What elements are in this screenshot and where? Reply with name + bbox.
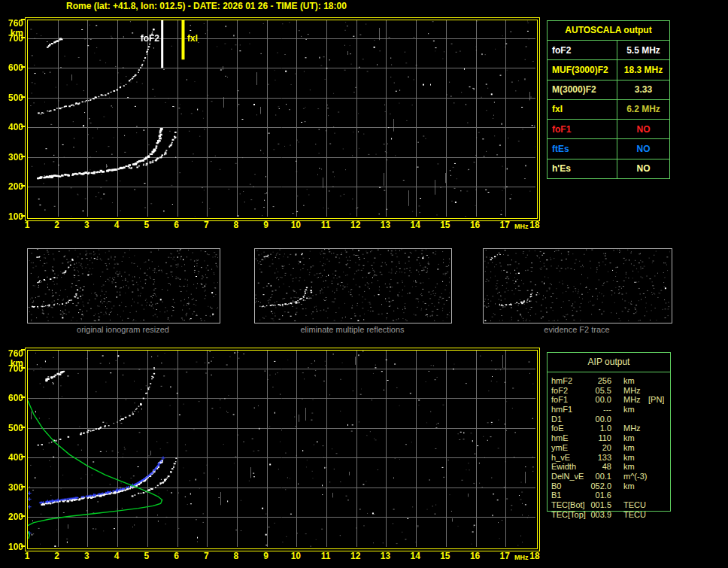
x-tick-label: 5 — [138, 220, 155, 230]
aip-row-unit: MHz — [623, 386, 641, 396]
aip-row-value: 133 — [569, 453, 611, 463]
autoscala-table-row: MUF(3000)F218.3 MHz — [548, 60, 669, 80]
x-tick-label: 10 — [287, 220, 304, 230]
autoscala-row-value: 5.5 MHz — [617, 41, 669, 59]
x-tick-label: 7 — [198, 220, 214, 230]
y-axis-tick — [21, 126, 25, 127]
y-axis-tick — [21, 486, 25, 488]
y-axis-tick — [21, 396, 25, 398]
x-tick-label: 7 — [198, 551, 214, 561]
autoscala-row-value: 6.2 MHz — [617, 100, 669, 119]
aip-table-row: Ewidth48km — [547, 462, 671, 472]
aip-row-unit: km — [623, 405, 635, 415]
x-tick-label: 15 — [437, 551, 453, 561]
x-tick-label: 15 — [437, 220, 453, 230]
aip-row-value: 00.0 — [569, 415, 611, 424]
y-axis-tick — [21, 156, 25, 157]
autoscala-row-value: 18.3 MHz — [617, 60, 669, 79]
y-tick-label: 600 — [4, 393, 23, 403]
y-tick-label: 300 — [4, 482, 23, 493]
aip-row-unit: km — [623, 433, 635, 443]
x-tick-label: 13 — [377, 551, 393, 561]
aip-row-unit: km — [623, 443, 635, 453]
panel-eliminate-reflections-label: eliminate multiple reflections — [254, 325, 450, 334]
y-tick-label: 200 — [4, 512, 23, 522]
aip-table-row: hmF2256km — [547, 376, 671, 386]
aip-row-label: ymE — [551, 443, 568, 453]
aip-row-unit: MHz — [623, 424, 641, 433]
x-tick-label: 13 — [377, 220, 393, 230]
aip-row-label: D1 — [551, 415, 562, 424]
aip-row-value: 052.0 — [569, 481, 611, 491]
y-axis-tick — [21, 367, 25, 369]
aip-table-row: foF100.0MHz[PN] — [547, 395, 671, 405]
aip-row-value: --- — [569, 405, 611, 415]
aip-row-unit: km — [623, 481, 635, 491]
y-tick-label: 200 — [4, 181, 23, 192]
aip-row-value: 110 — [569, 433, 611, 443]
x-tick-label: 6 — [168, 220, 185, 230]
y-axis-tick — [21, 96, 25, 98]
aip-table-row: DelN_vE00.1m^(-3) — [547, 472, 671, 481]
x-tick-label: 14 — [407, 551, 423, 561]
autoscala-row-label: foF1 — [548, 120, 617, 138]
profile-ionogram-plot — [28, 351, 535, 547]
aip-row-unit: km — [623, 462, 635, 472]
aip-table-row: TEC[Bot]001.5TECU — [547, 500, 671, 510]
aip-table-row: TEC[Top]003.9TECU — [547, 510, 671, 520]
autoscala-table-row: ftEsNO — [548, 139, 669, 159]
aip-row-unit: TECU — [623, 510, 646, 520]
y-axis-tick — [21, 427, 25, 428]
panel-original-ionogram — [27, 248, 220, 323]
aip-row-value: 1.0 — [569, 424, 611, 433]
page-title: Rome (lat: +41.8, lon: 012.5) - DATE: 20… — [66, 1, 347, 11]
aip-table-title: AIP output — [548, 353, 670, 372]
autoscala-table-title: AUTOSCALA output — [548, 21, 669, 41]
panel-evidence-f2-trace-label: evidence F2 trace — [483, 325, 671, 334]
x-tick-label: 5 — [138, 551, 155, 561]
aip-table-rows: hmF2256kmfoF205.5MHzfoF100.0MHz[PN]hmF1-… — [547, 376, 671, 519]
aip-table-row: foF205.5MHz — [547, 386, 671, 396]
autoscala-row-value: NO — [617, 139, 669, 158]
fxI-marker-label: fxI — [187, 33, 198, 44]
aip-row-label: B1 — [551, 491, 561, 500]
x-tick-label: 9 — [258, 551, 275, 561]
aip-row-label: foE — [551, 424, 564, 433]
x-tick-label: 1 — [19, 551, 35, 561]
panel-eliminate-reflections-image — [255, 249, 450, 321]
aip-row-value: 05.5 — [569, 386, 611, 396]
y-tick-label: 300 — [4, 152, 23, 163]
autoscala-output-table: AUTOSCALA output foF25.5 MHzMUF(3000)F21… — [547, 20, 670, 179]
panel-original-ionogram-label: original ionogram resized — [27, 325, 219, 334]
y-tick-label: 700 — [4, 363, 23, 374]
x-tick-label: 16 — [467, 551, 484, 561]
y-axis-tick — [21, 545, 25, 547]
aip-row-value: 00.0 — [569, 395, 611, 405]
autoscala-row-value: NO — [617, 120, 669, 138]
profile-ionogram-frame — [25, 348, 540, 551]
aip-row-value: 00.1 — [569, 472, 611, 481]
aip-row-label: foF2 — [551, 386, 568, 396]
x-tick-label: 16 — [467, 220, 484, 230]
autoscala-row-label: h'Es — [548, 159, 617, 178]
autoscala-row-label: MUF(3000)F2 — [548, 60, 617, 79]
panel-evidence-f2-trace-image — [484, 249, 670, 321]
scaled-ionogram-plot — [28, 20, 535, 217]
autoscala-row-value: 3.33 — [617, 80, 669, 99]
x-tick-label: 10 — [287, 551, 304, 561]
x-tick-label: 4 — [108, 551, 125, 561]
aip-table-row: B101.6 — [547, 491, 671, 500]
x-tick-label: 3 — [78, 551, 95, 561]
aip-table-row: D100.0 — [547, 415, 671, 424]
y-tick-label: 600 — [4, 62, 23, 73]
y-tick-label: 400 — [4, 122, 23, 132]
y-tick-label: 500 — [4, 93, 23, 103]
aip-row-unit: m^(-3) — [623, 472, 647, 481]
x-tick-label: 2 — [49, 220, 65, 230]
y-axis-tick — [21, 349, 25, 351]
x-tick-label: 2 — [49, 551, 65, 561]
x-tick-label: 11 — [317, 551, 334, 561]
aip-row-unit: MHz — [623, 395, 641, 405]
x-tick-label: 4 — [108, 220, 125, 230]
autoscala-row-label: foF2 — [548, 41, 617, 59]
